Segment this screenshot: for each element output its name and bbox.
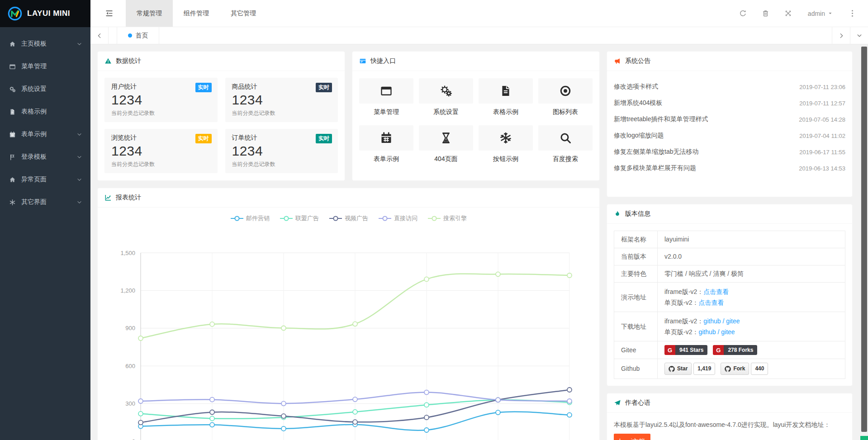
stat-badge: 实时 [195,134,212,143]
legend-item[interactable]: 搜索引擎 [427,214,467,222]
legend-item[interactable]: 邮件营销 [230,214,270,222]
more-menu-icon[interactable] [841,9,863,18]
stat-value: 1234 [232,92,332,108]
version-panel-title: 版本信息 [625,210,650,218]
legend-item[interactable]: 直接访问 [378,214,417,222]
svg-text:300: 300 [125,400,135,407]
caret-down-icon [828,11,833,16]
quick-entry[interactable]: 表单示例 [359,125,413,163]
quick-entry[interactable]: 图标列表 [538,78,593,116]
scrollbar-thumb[interactable] [861,47,867,432]
sidebar-item[interactable]: 主页模板 [0,33,90,55]
stat-card: 用户统计 1234 当前分类总记录数 实时 [104,78,218,122]
quick-entry[interactable]: 表格示例 [479,78,533,116]
chevron-down-icon [76,41,82,47]
quick-entry[interactable]: 按钮示例 [479,125,533,163]
github-icon [725,366,731,372]
notice-item[interactable]: 新增treetable插件和菜单管理样式 2019-07-05 14:28 [614,111,845,128]
stat-value: 1234 [111,143,211,159]
chevron-down-icon [76,132,82,137]
sidebar-item[interactable]: 菜单管理 [0,55,90,78]
layui-logo-icon [7,6,23,21]
header-tabs: 常规管理组件管理其它管理 [126,0,267,27]
dot-circle-icon [559,85,572,97]
version-value: 零门槛 / 响应式 / 清爽 / 极简 [664,270,744,277]
user-label: admin [808,10,825,17]
stat-card: 订单统计 1234 当前分类总记录数 实时 [225,129,338,173]
quick-entry[interactable]: 系统设置 [419,78,473,116]
active-tab-dot-icon [128,33,132,38]
sidebar-item[interactable]: 其它界面 [0,191,90,213]
chevron-down-icon [76,154,82,160]
stat-caption: 当前分类总记录数 [232,109,332,117]
user-dropdown[interactable]: admin [800,10,841,17]
tab-operations-button[interactable] [850,27,868,44]
trash-icon[interactable] [754,9,777,17]
version-row: 框架名称layuimini [614,231,845,248]
link[interactable]: gitee [726,317,740,325]
gitee-badge[interactable]: G941 Stars [664,345,707,355]
collapse-menu-icon[interactable] [105,9,114,18]
header-tab[interactable]: 其它管理 [220,0,267,27]
legend-marker-icon [378,215,392,222]
quick-entry-panel: 快捷入口 菜单管理 系统设置 表格示例 图标列表 表单示例 404页面 按钮示例… [352,51,600,181]
header-tab[interactable]: 常规管理 [126,0,173,27]
notice-panel: 系统公告 修改选项卡样式 2019-07-11 23:06 新增系统404模板 … [607,51,853,197]
tab-scroll-left-button[interactable] [90,27,109,44]
layui-doc-button[interactable]: layui文档 [614,434,650,440]
sidebar-item[interactable]: 异常页面 [0,168,90,191]
quick-entry[interactable]: 404页面 [419,125,473,163]
link[interactable]: 点击查看 [698,299,724,306]
header-tab[interactable]: 组件管理 [173,0,220,27]
version-table: 框架名称layuimini当前版本v2.0.0主要特色零门槛 / 响应式 / 清… [614,231,845,379]
notice-item[interactable]: 新增系统404模板 2019-07-11 12:57 [614,95,845,111]
stats-cards: 用户统计 1234 当前分类总记录数 实时 商品统计 1234 当前分类总记录数… [98,71,345,180]
link[interactable]: github [703,317,721,325]
notice-item[interactable]: 修改选项卡样式 2019-07-11 23:06 [614,79,845,95]
svg-text:1,200: 1,200 [120,287,135,294]
quick-entry[interactable]: 百度搜索 [538,125,593,163]
notice-item[interactable]: 修复多模块菜单栏展开有问题 2019-06-13 14:53 [614,160,845,176]
author-panel-title: 作者心语 [625,399,650,407]
link[interactable]: 点击查看 [703,288,729,295]
main-content: 数据统计 用户统计 1234 当前分类总记录数 实时 商品统计 1234 当前分… [90,44,868,440]
version-row: 主要特色零门槛 / 响应式 / 清爽 / 极简 [614,265,845,283]
calendar-icon [380,132,393,144]
notice-item[interactable]: 修复左侧菜单缩放tab无法移动 2019-06-17 11:55 [614,144,845,160]
report-chart-svg: 03006009001,2001,500周一周二周三周四周五周六周日 [98,223,599,440]
github-badge[interactable]: Fork440 [721,363,768,375]
sidebar-item[interactable]: 表单示例 [0,123,90,146]
version-panel: 版本信息 框架名称layuimini当前版本v2.0.0主要特色零门槛 / 响应… [607,204,853,386]
notice-item[interactable]: 修改logo缩放问题 2019-07-04 11:02 [614,128,845,144]
gitee-badge[interactable]: G278 Forks [713,345,757,355]
quick-entry[interactable]: 菜单管理 [359,78,413,116]
legend-marker-icon [230,215,244,222]
github-badge[interactable]: Star1,419 [664,363,715,375]
sidebar-item[interactable]: 系统设置 [0,78,90,100]
app-logo-text: LAYUI MINI [27,9,70,18]
author-panel: 作者心语 本模板基于layui2.5.4以及font-awesome-4.7.0… [607,393,853,440]
version-value: v2.0.0 [664,253,682,260]
app-logo[interactable]: LAYUI MINI [0,0,90,27]
tab-home[interactable]: 首页 [117,27,159,44]
stat-card: 浏览统计 1234 当前分类总记录数 实时 [104,129,218,173]
page-scrollbar[interactable] [860,44,868,440]
version-value: layuimini [664,236,689,243]
legend-item[interactable]: 视频广告 [329,214,368,222]
version-row: 下载地址iframe版-v2：github / gitee单页版-v2：gith… [614,312,845,341]
sidebar-item[interactable]: 登录模板 [0,146,90,168]
hourglass-icon [440,132,452,144]
tab-scroll-right-button[interactable] [832,27,850,44]
github-icon [669,366,675,372]
refresh-icon[interactable] [732,9,754,17]
sidebar-menu: 主页模板 菜单管理 系统设置 表格示例 表单示例 登录模板 异常页面 其它界面 [0,27,90,213]
link[interactable]: github [698,328,716,336]
paper-plane-icon [614,399,621,407]
fullscreen-icon[interactable] [777,9,800,17]
link[interactable]: gitee [721,328,735,336]
legend-item[interactable]: 联盟广告 [280,214,319,222]
stat-caption: 当前分类总记录数 [111,109,211,117]
sidebar-item[interactable]: 表格示例 [0,100,90,123]
header: 常规管理组件管理其它管理 admin [90,0,868,27]
scrollbar-bottom-marker [860,436,868,440]
